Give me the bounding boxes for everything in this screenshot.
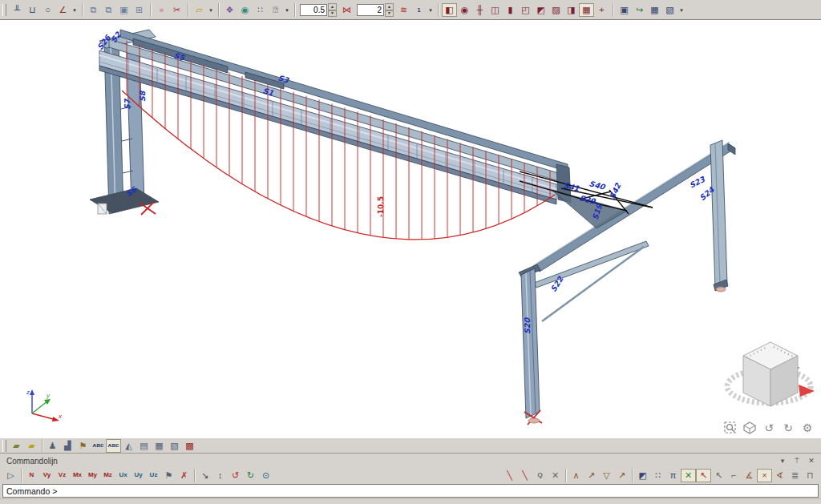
multicopy-icon[interactable]: ⧉	[101, 3, 116, 17]
connection-mesh-icon[interactable]: ▨	[548, 3, 564, 17]
connection-welded-icon[interactable]: ◉	[457, 3, 472, 17]
command-panel-titlebar[interactable]: Commandolijn ▾ ⍑ ✕	[0, 454, 821, 467]
result-My-icon[interactable]: My	[85, 469, 100, 482]
arc-edit-icon[interactable]: ↗	[584, 469, 599, 482]
connection-bolted-icon[interactable]: ◧	[442, 3, 457, 17]
connection-stiffener-icon[interactable]: ▮	[503, 3, 518, 17]
result-Vy-icon[interactable]: Vy	[39, 469, 55, 482]
section-label-icon[interactable]: ⚑	[75, 439, 91, 453]
axo-view-icon[interactable]: ◭	[121, 439, 136, 453]
calculator-settings-icon[interactable]: ▧	[662, 3, 677, 17]
view-settings-gear-icon[interactable]: ⚙	[800, 421, 815, 435]
flag-section-icon[interactable]: ⚑	[161, 469, 176, 482]
polygon-edit-icon[interactable]: ▽	[599, 469, 614, 482]
command-input[interactable]	[3, 485, 818, 497]
connection-plate-icon[interactable]: ╫	[472, 3, 487, 17]
snap-arc-center-icon[interactable]: ×	[757, 469, 772, 482]
diagram-scale-up[interactable]: ▲	[385, 3, 394, 10]
connection-add-icon[interactable]: ◨	[564, 3, 579, 17]
dot-grid-icon[interactable]: ∷	[253, 3, 268, 17]
snap-endpoint-icon[interactable]: ↖	[696, 469, 711, 482]
structure-3d-scene[interactable]: -10.5 S26 S2 S5 S3 S1 S8 S7 S6 S41 S39 S…	[0, 20, 821, 438]
save-results-icon[interactable]: ▣	[617, 3, 632, 17]
mirror-icon[interactable]: ⊞	[131, 3, 147, 17]
orbit-right-icon[interactable]: ↻	[781, 421, 795, 435]
grid-line-snap-icon[interactable]: π	[665, 469, 681, 482]
connection-corner-icon[interactable]: ◰	[518, 3, 533, 17]
render-palette-icon[interactable]: ❖	[222, 3, 237, 17]
query-size-icon[interactable]: ⍰	[268, 3, 283, 17]
result-Uy-icon[interactable]: Uy	[131, 469, 146, 482]
cursor-snap-icon[interactable]: ◩	[635, 469, 650, 482]
table-composer-icon[interactable]: ▧	[167, 439, 182, 453]
numbering-icon[interactable]: 1	[411, 3, 427, 17]
move-updown-icon[interactable]: ↕	[212, 469, 228, 482]
result-Uz-icon[interactable]: Uz	[146, 469, 161, 482]
view-dropdown[interactable]: ▾	[283, 3, 291, 17]
navigation-cube[interactable]: ↺ ↻ ⚙	[720, 319, 818, 436]
panel-close-button[interactable]: ✕	[807, 457, 816, 466]
connection-haunch-icon[interactable]: ◩	[533, 3, 548, 17]
dimension-icon[interactable]: ╨	[10, 3, 25, 17]
view-cube-icon[interactable]	[742, 421, 757, 435]
eraser-icon[interactable]: ●	[154, 3, 169, 17]
model-viewport[interactable]: -10.5 S26 S2 S5 S3 S1 S8 S7 S6 S41 S39 S…	[0, 19, 821, 437]
move-icon[interactable]: ▣	[116, 3, 131, 17]
circle-icon[interactable]: ○	[40, 3, 55, 17]
delete-node-icon[interactable]: ✕	[548, 469, 563, 482]
export-run-icon[interactable]: ↪	[632, 3, 647, 17]
measure-ruler-icon[interactable]: ≣	[787, 469, 803, 482]
results-scale-input[interactable]	[300, 4, 327, 16]
results-scale-down[interactable]: ▼	[328, 10, 337, 18]
document-preview-icon[interactable]: ▤	[136, 439, 152, 453]
scissors-icon[interactable]: ✂	[169, 3, 184, 17]
rotate-ccw-icon[interactable]: ↺	[228, 469, 243, 482]
open-folder-icon[interactable]: ▱	[192, 3, 207, 17]
grid-dot-snap-icon[interactable]: ∷	[650, 469, 665, 482]
nav-cube-graphic[interactable]	[720, 319, 818, 417]
beam-axis-dot-icon[interactable]: ╲	[517, 469, 532, 482]
panel-dropdown-button[interactable]: ▾	[778, 457, 787, 466]
delete-result-icon[interactable]: ✗	[176, 469, 192, 482]
wipe-display-icon[interactable]: ▰	[9, 439, 24, 453]
beam-local-axis-icon[interactable]: ╲	[502, 469, 517, 482]
results-scale-up[interactable]: ▲	[328, 3, 337, 10]
wipe-all-icon[interactable]: ▰	[24, 439, 39, 453]
vertex-edit-icon[interactable]: ∧	[568, 469, 584, 482]
snap-intersection-icon[interactable]: ↖	[711, 469, 726, 482]
toolbar-handle[interactable]	[2, 4, 6, 16]
snap-orthogonal-icon[interactable]: ⌐	[726, 469, 742, 482]
folder-dropdown[interactable]: ▾	[207, 3, 215, 17]
table-new-icon[interactable]: ▩	[182, 439, 197, 453]
scale-dropdown[interactable]: ▾	[427, 3, 435, 17]
generate-node-icon[interactable]: Q	[532, 469, 548, 482]
orbit-left-icon[interactable]: ↺	[762, 421, 776, 435]
compass-icon[interactable]: ⊙	[258, 469, 273, 482]
polyline-icon[interactable]: ⊔	[25, 3, 40, 17]
line-edit-icon[interactable]: ↗	[614, 469, 629, 482]
labels-abc-active-icon[interactable]: ᴀʙᴄ	[106, 439, 121, 453]
angle-icon[interactable]: ∠	[55, 3, 71, 17]
center-crosshair-icon[interactable]: +	[594, 3, 609, 17]
tools-dropdown[interactable]: ▾	[677, 3, 686, 17]
snap-point-icon[interactable]: ↘	[197, 469, 212, 482]
result-Vz-icon[interactable]: Vz	[55, 469, 70, 482]
diagram-scale-input[interactable]	[357, 4, 384, 16]
connection-frame-icon[interactable]: ◫	[487, 3, 503, 17]
table-results-icon[interactable]: ▦	[152, 439, 167, 453]
snap-tangent-icon[interactable]: ∡	[742, 469, 757, 482]
diagram-curve-icon[interactable]: ≋	[396, 3, 411, 17]
labels-abc-icon[interactable]: ᴀʙᴄ	[91, 439, 106, 453]
result-Ux-icon[interactable]: Ux	[115, 469, 131, 482]
panel-pin-button[interactable]: ⍑	[792, 457, 802, 466]
zoom-select-icon[interactable]	[723, 421, 738, 435]
snap-settings-icon[interactable]: ⊓	[803, 469, 818, 482]
diagram-scale-down[interactable]: ▼	[385, 10, 394, 18]
rotate-cw-icon[interactable]: ↻	[243, 469, 258, 482]
connection-expand-icon[interactable]: ▦	[579, 3, 594, 17]
select-arrow-icon[interactable]: ▷	[3, 469, 18, 482]
draw-more-dropdown[interactable]: ▾	[71, 3, 79, 17]
copy-icon[interactable]: ⧉	[86, 3, 101, 17]
toolbar-handle[interactable]	[2, 440, 6, 452]
result-Mx-icon[interactable]: Mx	[70, 469, 85, 482]
